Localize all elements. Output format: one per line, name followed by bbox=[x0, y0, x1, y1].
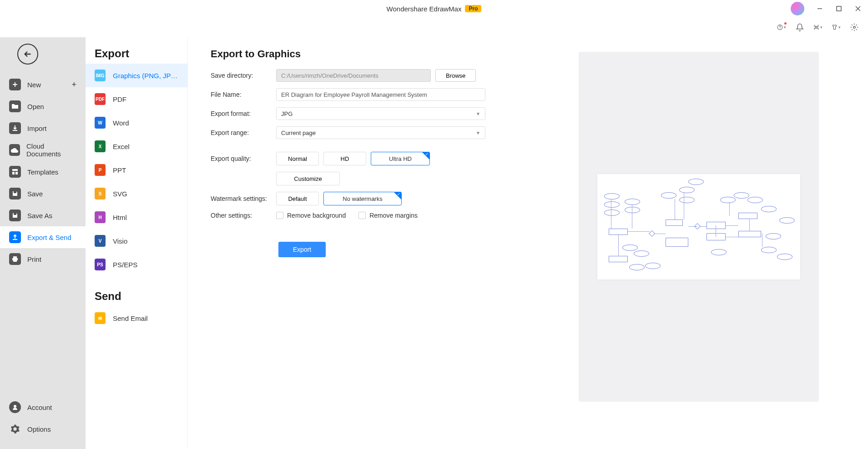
svg-rect-9 bbox=[12, 169, 18, 171]
notification-dot bbox=[784, 22, 787, 25]
browse-button[interactable]: Browse bbox=[435, 69, 476, 82]
export-item-html[interactable]: H Html bbox=[86, 205, 187, 229]
save-dir-input[interactable] bbox=[276, 69, 431, 82]
new-plus-extra[interactable]: + bbox=[71, 80, 76, 90]
export-item-label: Visio bbox=[113, 237, 127, 245]
check-corner-icon bbox=[394, 192, 401, 200]
svg-rect-16 bbox=[13, 260, 17, 262]
remove-bg-wrap[interactable]: Remove background bbox=[276, 212, 346, 219]
svg-point-17 bbox=[14, 405, 16, 408]
save-icon bbox=[9, 188, 21, 200]
nav-options[interactable]: Options bbox=[0, 418, 86, 440]
close-button[interactable] bbox=[853, 3, 863, 14]
nav-new[interactable]: New + bbox=[0, 74, 86, 95]
word-file-icon: W bbox=[95, 117, 106, 129]
nav-label: Open bbox=[27, 103, 44, 110]
range-label: Export range: bbox=[211, 129, 270, 136]
email-icon: ✉ bbox=[95, 312, 106, 324]
quality-normal[interactable]: Normal bbox=[276, 152, 319, 165]
nav-label: Import bbox=[27, 125, 47, 132]
help-icon[interactable]: ▾ bbox=[777, 23, 786, 32]
remove-margins-wrap[interactable]: Remove margins bbox=[358, 212, 418, 219]
export-item-svg[interactable]: S SVG bbox=[86, 182, 187, 205]
bell-icon[interactable] bbox=[795, 23, 804, 32]
nav-save-as[interactable]: Save As bbox=[0, 205, 86, 226]
preview-background bbox=[579, 52, 819, 402]
watermark-none[interactable]: No watermarks bbox=[323, 192, 402, 205]
form-panel: Export to Graphics Save directory: Brows… bbox=[211, 48, 529, 438]
templates-icon bbox=[9, 166, 21, 178]
content: Export to Graphics Save directory: Brows… bbox=[188, 37, 868, 449]
maximize-button[interactable] bbox=[833, 3, 844, 14]
pro-badge: Pro bbox=[465, 5, 481, 12]
quality-customize[interactable]: Customize bbox=[276, 172, 340, 185]
back-button[interactable] bbox=[17, 44, 38, 65]
export-item-label: Excel bbox=[113, 143, 130, 150]
export-item-pseps[interactable]: PS PS/EPS bbox=[86, 253, 187, 276]
nav-label: Print bbox=[27, 255, 41, 263]
nav-account[interactable]: Account bbox=[0, 396, 86, 418]
save-as-icon bbox=[9, 210, 21, 221]
nav-label: Account bbox=[27, 404, 52, 411]
svg-rect-11 bbox=[15, 172, 18, 175]
export-heading: Export bbox=[86, 47, 187, 60]
main-area: New + Open Import Cloud Documents Templa… bbox=[0, 37, 868, 449]
ppt-file-icon: P bbox=[95, 164, 106, 176]
export-item-excel[interactable]: X Excel bbox=[86, 135, 187, 158]
nav-cloud[interactable]: Cloud Documents bbox=[0, 139, 86, 161]
quality-ultra-hd[interactable]: Ultra HD bbox=[371, 152, 430, 165]
export-item-label: Send Email bbox=[113, 314, 148, 322]
graphics-file-icon: IMG bbox=[95, 70, 106, 81]
watermark-default[interactable]: Default bbox=[276, 192, 319, 205]
export-item-send-email[interactable]: ✉ Send Email bbox=[86, 306, 187, 330]
export-item-pdf[interactable]: PDF PDF bbox=[86, 87, 187, 111]
nav-label: New bbox=[27, 81, 41, 89]
nav-print[interactable]: Print bbox=[0, 248, 86, 270]
svg-rect-12 bbox=[14, 191, 16, 193]
nav-open[interactable]: Open bbox=[0, 95, 86, 117]
svg-point-5 bbox=[780, 28, 780, 29]
export-item-label: Graphics (PNG, JPG et... bbox=[113, 72, 178, 80]
shortcut-icon[interactable]: ▾ bbox=[813, 23, 823, 32]
avatar[interactable] bbox=[791, 2, 804, 15]
export-item-ppt[interactable]: P PPT bbox=[86, 158, 187, 182]
account-icon bbox=[9, 401, 21, 413]
export-item-label: PS/EPS bbox=[113, 261, 137, 269]
remove-margins-checkbox[interactable] bbox=[358, 212, 366, 219]
app-title-wrap: Wondershare EdrawMax Pro bbox=[387, 5, 482, 13]
file-name-input[interactable] bbox=[276, 88, 485, 101]
range-select[interactable]: Current page ▼ bbox=[276, 126, 485, 139]
gear-icon[interactable] bbox=[850, 23, 859, 32]
quality-hd[interactable]: HD bbox=[323, 152, 366, 165]
format-select[interactable]: JPG ▼ bbox=[276, 107, 485, 120]
nav-label: Options bbox=[27, 425, 51, 433]
tshirt-icon[interactable]: ▾ bbox=[832, 23, 841, 32]
format-label: Export format: bbox=[211, 110, 270, 117]
check-corner-icon bbox=[422, 152, 429, 160]
export-button[interactable]: Export bbox=[278, 242, 326, 257]
excel-file-icon: X bbox=[95, 140, 106, 152]
export-item-label: Word bbox=[113, 119, 129, 127]
top-toolbar: ▾ ▾ ▾ bbox=[0, 17, 868, 37]
cloud-icon bbox=[9, 144, 20, 156]
export-item-label: PDF bbox=[113, 95, 126, 103]
app-title: Wondershare EdrawMax bbox=[387, 5, 462, 13]
nav-save[interactable]: Save bbox=[0, 183, 86, 205]
export-item-graphics[interactable]: IMG Graphics (PNG, JPG et... bbox=[86, 64, 187, 87]
pdf-file-icon: PDF bbox=[95, 93, 106, 105]
sidebar-left: New + Open Import Cloud Documents Templa… bbox=[0, 37, 86, 449]
remove-margins-label: Remove margins bbox=[369, 212, 418, 219]
export-item-label: PPT bbox=[113, 166, 126, 174]
nav-templates[interactable]: Templates bbox=[0, 161, 86, 183]
watermark-label: Watermark settings: bbox=[211, 195, 270, 202]
remove-bg-checkbox[interactable] bbox=[276, 212, 283, 219]
export-item-visio[interactable]: V Visio bbox=[86, 229, 187, 253]
nav-import[interactable]: Import bbox=[0, 117, 86, 139]
send-heading: Send bbox=[86, 290, 187, 303]
html-file-icon: H bbox=[95, 211, 106, 223]
export-item-word[interactable]: W Word bbox=[86, 111, 187, 135]
nav-export-send[interactable]: Export & Send bbox=[0, 226, 86, 248]
minimize-button[interactable] bbox=[814, 3, 825, 14]
range-value: Current page bbox=[281, 130, 316, 136]
export-item-label: Html bbox=[113, 214, 127, 221]
